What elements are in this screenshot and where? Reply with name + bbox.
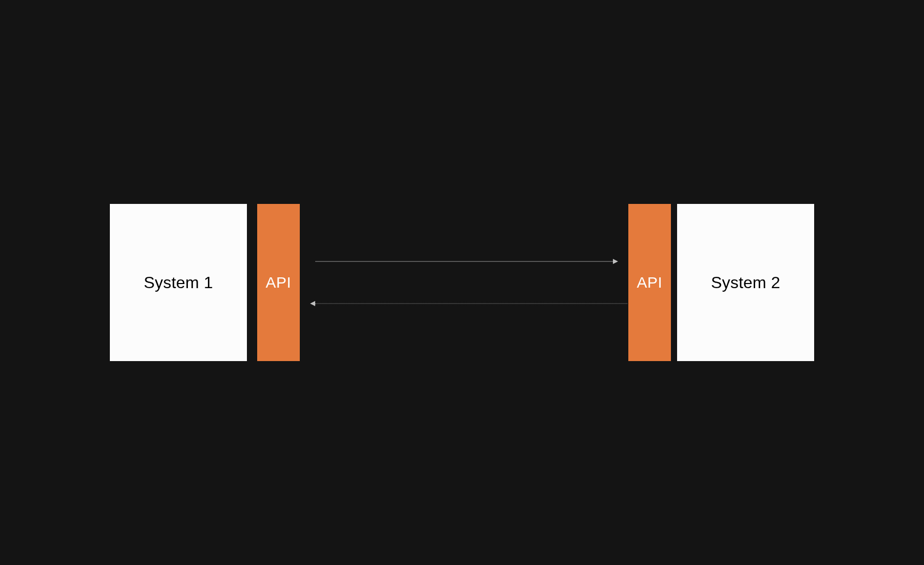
system-1-box: System 1 (110, 204, 247, 361)
gap-spacer (671, 204, 677, 361)
api-box-left: API (257, 204, 300, 361)
arrow-left (300, 303, 628, 304)
system-2-box: System 2 (677, 204, 814, 361)
arrow-left-line (315, 304, 627, 304)
arrow-right-line (315, 261, 613, 262)
system-2-label: System 2 (711, 273, 780, 292)
api-box-right: API (628, 204, 671, 361)
api-label-left: API (266, 274, 292, 291)
left-system-block: System 1 API (110, 204, 300, 361)
arrowhead-left-icon (310, 301, 315, 306)
system-1-label: System 1 (144, 273, 213, 292)
arrowhead-right-icon (613, 259, 618, 264)
arrow-zone (300, 204, 628, 361)
diagram-container: System 1 API API System 2 (110, 204, 814, 361)
right-system-block: API System 2 (628, 204, 814, 361)
api-label-right: API (637, 274, 663, 291)
arrow-right (300, 261, 628, 262)
gap-spacer (247, 204, 257, 361)
